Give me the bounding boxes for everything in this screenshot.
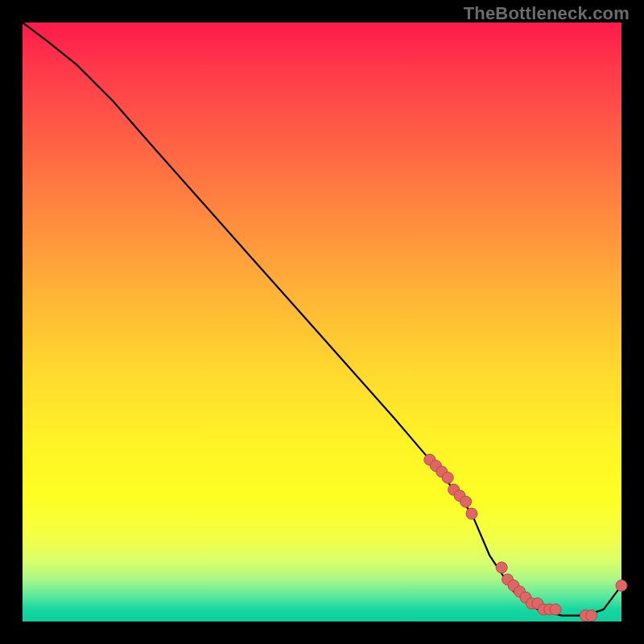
chart-container: TheBottleneck.com [0, 0, 644, 644]
chart-svg [23, 23, 621, 621]
highlight-dot [460, 496, 472, 507]
plot-area [23, 23, 621, 621]
highlight-dot [616, 580, 627, 591]
highlight-dot [442, 472, 453, 483]
highlight-dot [550, 604, 561, 615]
bottleneck-curve-line [23, 23, 621, 616]
watermark-text: TheBottleneck.com [464, 3, 630, 24]
highlight-dots-group [424, 454, 627, 621]
highlight-dot [496, 562, 507, 573]
highlight-dot [466, 508, 477, 519]
highlight-dot [586, 610, 597, 621]
